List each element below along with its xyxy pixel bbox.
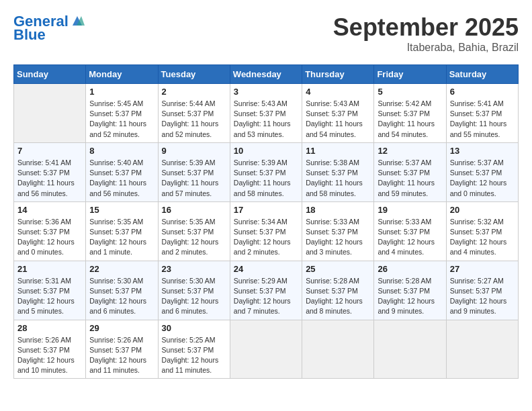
calendar-cell: 24Sunrise: 5:29 AM Sunset: 5:37 PM Dayli…: [230, 261, 302, 320]
day-info: Sunrise: 5:26 AM Sunset: 5:37 PM Dayligh…: [89, 335, 154, 376]
day-info: Sunrise: 5:31 AM Sunset: 5:37 PM Dayligh…: [17, 276, 82, 317]
calendar-cell: 12Sunrise: 5:37 AM Sunset: 5:37 PM Dayli…: [374, 142, 446, 201]
day-number: 22: [89, 264, 154, 274]
calendar-cell: 2Sunrise: 5:44 AM Sunset: 5:37 PM Daylig…: [158, 84, 230, 143]
day-info: Sunrise: 5:37 AM Sunset: 5:37 PM Dayligh…: [450, 158, 515, 199]
header-col-tuesday: Tuesday: [158, 65, 230, 84]
day-number: 21: [17, 264, 82, 274]
location: Itaberaba, Bahia, Brazil: [333, 42, 519, 54]
day-info: Sunrise: 5:33 AM Sunset: 5:37 PM Dayligh…: [306, 217, 370, 258]
day-number: 14: [17, 205, 82, 215]
day-number: 4: [306, 87, 370, 97]
calendar-cell: 25Sunrise: 5:28 AM Sunset: 5:37 PM Dayli…: [302, 261, 374, 320]
day-info: Sunrise: 5:38 AM Sunset: 5:37 PM Dayligh…: [306, 158, 370, 199]
calendar-cell: 23Sunrise: 5:30 AM Sunset: 5:37 PM Dayli…: [158, 261, 230, 320]
calendar-cell: 21Sunrise: 5:31 AM Sunset: 5:37 PM Dayli…: [14, 261, 86, 320]
day-info: Sunrise: 5:29 AM Sunset: 5:37 PM Dayligh…: [234, 276, 298, 317]
logo-icon: [70, 13, 85, 28]
day-number: 17: [234, 205, 298, 215]
calendar-body: 1Sunrise: 5:45 AM Sunset: 5:37 PM Daylig…: [14, 84, 519, 379]
day-number: 9: [162, 146, 226, 156]
day-info: Sunrise: 5:45 AM Sunset: 5:37 PM Dayligh…: [89, 99, 154, 140]
day-number: 12: [378, 146, 442, 156]
day-number: 30: [162, 323, 226, 333]
day-info: Sunrise: 5:39 AM Sunset: 5:37 PM Dayligh…: [234, 158, 298, 199]
calendar-cell: 3Sunrise: 5:43 AM Sunset: 5:37 PM Daylig…: [230, 84, 302, 143]
calendar-cell: 18Sunrise: 5:33 AM Sunset: 5:37 PM Dayli…: [302, 201, 374, 261]
title-block: September 2025 Itaberaba, Bahia, Brazil: [333, 13, 519, 54]
day-number: 24: [234, 264, 298, 274]
day-info: Sunrise: 5:25 AM Sunset: 5:37 PM Dayligh…: [162, 335, 226, 376]
day-info: Sunrise: 5:39 AM Sunset: 5:37 PM Dayligh…: [162, 158, 226, 199]
calendar-cell: 13Sunrise: 5:37 AM Sunset: 5:37 PM Dayli…: [446, 142, 518, 201]
day-info: Sunrise: 5:28 AM Sunset: 5:37 PM Dayligh…: [378, 276, 442, 317]
calendar-cell: 11Sunrise: 5:38 AM Sunset: 5:37 PM Dayli…: [302, 142, 374, 201]
header-col-monday: Monday: [86, 65, 158, 84]
calendar-cell: 5Sunrise: 5:42 AM Sunset: 5:37 PM Daylig…: [374, 84, 446, 143]
calendar-cell: 15Sunrise: 5:35 AM Sunset: 5:37 PM Dayli…: [86, 201, 158, 261]
day-info: Sunrise: 5:43 AM Sunset: 5:37 PM Dayligh…: [306, 99, 370, 140]
week-row-2: 7Sunrise: 5:41 AM Sunset: 5:37 PM Daylig…: [14, 142, 519, 201]
day-info: Sunrise: 5:33 AM Sunset: 5:37 PM Dayligh…: [378, 217, 442, 258]
day-number: 13: [450, 146, 515, 156]
header-col-wednesday: Wednesday: [230, 65, 302, 84]
week-row-3: 14Sunrise: 5:36 AM Sunset: 5:37 PM Dayli…: [14, 201, 519, 261]
week-row-4: 21Sunrise: 5:31 AM Sunset: 5:37 PM Dayli…: [14, 261, 519, 320]
calendar-cell: 16Sunrise: 5:35 AM Sunset: 5:37 PM Dayli…: [158, 201, 230, 261]
calendar-cell: 20Sunrise: 5:32 AM Sunset: 5:37 PM Dayli…: [446, 201, 518, 261]
day-number: 3: [234, 87, 298, 97]
day-info: Sunrise: 5:42 AM Sunset: 5:37 PM Dayligh…: [378, 99, 442, 140]
calendar-cell: [14, 84, 86, 143]
day-number: 18: [306, 205, 370, 215]
calendar-cell: [446, 320, 518, 379]
day-info: Sunrise: 5:41 AM Sunset: 5:37 PM Dayligh…: [450, 99, 515, 140]
calendar-cell: 17Sunrise: 5:34 AM Sunset: 5:37 PM Dayli…: [230, 201, 302, 261]
calendar-cell: 26Sunrise: 5:28 AM Sunset: 5:37 PM Dayli…: [374, 261, 446, 320]
calendar-cell: 10Sunrise: 5:39 AM Sunset: 5:37 PM Dayli…: [230, 142, 302, 201]
day-info: Sunrise: 5:30 AM Sunset: 5:37 PM Dayligh…: [89, 276, 154, 317]
calendar-cell: [230, 320, 302, 379]
calendar-cell: 28Sunrise: 5:26 AM Sunset: 5:37 PM Dayli…: [14, 320, 86, 379]
day-info: Sunrise: 5:37 AM Sunset: 5:37 PM Dayligh…: [378, 158, 442, 199]
header-col-friday: Friday: [374, 65, 446, 84]
day-number: 1: [89, 87, 154, 97]
day-number: 10: [234, 146, 298, 156]
day-number: 29: [89, 323, 154, 333]
day-number: 28: [17, 323, 82, 333]
day-number: 23: [162, 264, 226, 274]
day-number: 8: [89, 146, 154, 156]
day-number: 11: [306, 146, 370, 156]
calendar-cell: 4Sunrise: 5:43 AM Sunset: 5:37 PM Daylig…: [302, 84, 374, 143]
day-number: 5: [378, 87, 442, 97]
calendar-cell: 9Sunrise: 5:39 AM Sunset: 5:37 PM Daylig…: [158, 142, 230, 201]
month-title: September 2025: [333, 13, 519, 42]
day-number: 7: [17, 146, 82, 156]
day-info: Sunrise: 5:35 AM Sunset: 5:37 PM Dayligh…: [162, 217, 226, 258]
header-col-sunday: Sunday: [14, 65, 86, 84]
calendar-table: SundayMondayTuesdayWednesdayThursdayFrid…: [13, 64, 519, 379]
calendar-header: SundayMondayTuesdayWednesdayThursdayFrid…: [14, 65, 519, 84]
day-info: Sunrise: 5:28 AM Sunset: 5:37 PM Dayligh…: [306, 276, 370, 317]
day-info: Sunrise: 5:35 AM Sunset: 5:37 PM Dayligh…: [89, 217, 154, 258]
day-number: 19: [378, 205, 442, 215]
calendar-cell: [302, 320, 374, 379]
day-number: 16: [162, 205, 226, 215]
day-number: 27: [450, 264, 515, 274]
day-number: 20: [450, 205, 515, 215]
calendar-cell: 6Sunrise: 5:41 AM Sunset: 5:37 PM Daylig…: [446, 84, 518, 143]
day-number: 26: [378, 264, 442, 274]
day-info: Sunrise: 5:26 AM Sunset: 5:37 PM Dayligh…: [17, 335, 82, 376]
logo: General Blue: [13, 13, 85, 43]
calendar-cell: 19Sunrise: 5:33 AM Sunset: 5:37 PM Dayli…: [374, 201, 446, 261]
header-col-thursday: Thursday: [302, 65, 374, 84]
day-info: Sunrise: 5:41 AM Sunset: 5:37 PM Dayligh…: [17, 158, 82, 199]
calendar-cell: 1Sunrise: 5:45 AM Sunset: 5:37 PM Daylig…: [86, 84, 158, 143]
day-info: Sunrise: 5:30 AM Sunset: 5:37 PM Dayligh…: [162, 276, 226, 317]
calendar-cell: 27Sunrise: 5:27 AM Sunset: 5:37 PM Dayli…: [446, 261, 518, 320]
calendar-cell: 29Sunrise: 5:26 AM Sunset: 5:37 PM Dayli…: [86, 320, 158, 379]
calendar-cell: 7Sunrise: 5:41 AM Sunset: 5:37 PM Daylig…: [14, 142, 86, 201]
week-row-1: 1Sunrise: 5:45 AM Sunset: 5:37 PM Daylig…: [14, 84, 519, 143]
day-info: Sunrise: 5:27 AM Sunset: 5:37 PM Dayligh…: [450, 276, 515, 317]
day-info: Sunrise: 5:44 AM Sunset: 5:37 PM Dayligh…: [162, 99, 226, 140]
calendar-cell: 8Sunrise: 5:40 AM Sunset: 5:37 PM Daylig…: [86, 142, 158, 201]
